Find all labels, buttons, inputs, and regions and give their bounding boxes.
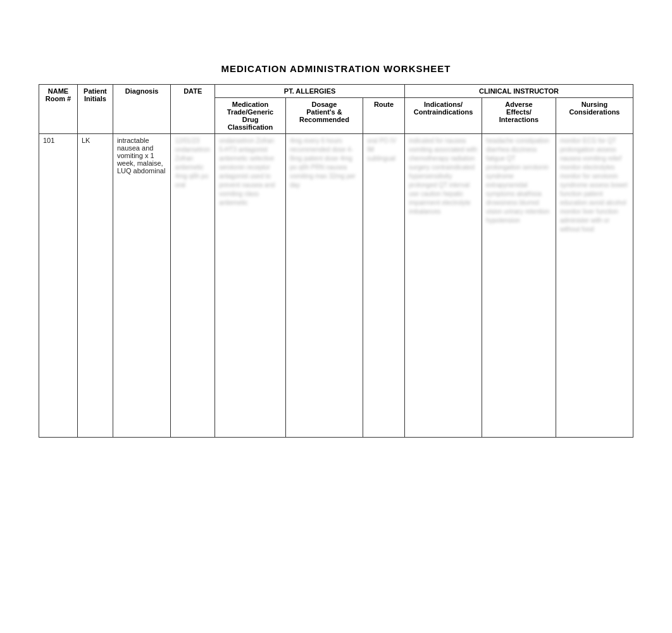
header-name-room: NAMERoom # (39, 85, 78, 134)
cell-room: 101 (39, 134, 78, 438)
header-date: DATE (171, 85, 215, 134)
cell-route: oral PO IV IM sublingual (363, 134, 404, 438)
cell-medication: ondansetron Zofran 5-HT3 antagonist anti… (215, 134, 286, 438)
header-adverse: AdverseEffects/Interactions (482, 98, 556, 134)
header-pt-allergies-group: PT. ALLERGIES (215, 85, 405, 98)
header-medication: MedicationTrade/GenericDrugClassificatio… (215, 98, 286, 134)
worksheet-title: MEDICATION ADMINISTRATION WORKSHEET (221, 63, 451, 74)
cell-dosage: 4mg every 6 hours recommended dose 4-8mg… (285, 134, 363, 438)
header-diagnosis: Diagnosis (113, 85, 170, 134)
header-route: Route (363, 98, 404, 134)
cell-initials: LK (77, 134, 113, 438)
cell-date: 12/01/23 ondansetron Zofran antiemetic 4… (171, 134, 215, 438)
header-clinical-group: CLINICAL INSTRUCTOR (405, 85, 633, 98)
header-indications: Indications/Contraindications (405, 98, 482, 134)
page-container: MEDICATION ADMINISTRATION WORKSHEET NAME… (0, 0, 672, 633)
worksheet-table: NAMERoom # PatientInitials Diagnosis DAT… (39, 84, 633, 438)
header-nursing: NursingConsiderations (556, 98, 633, 134)
cell-nursing: monitor ECG for QT prolongation assess n… (556, 134, 633, 438)
cell-indications: indicated for nausea vomiting associated… (405, 134, 482, 438)
table-row: 101 LK intractable nausea and vomiting x… (39, 134, 633, 438)
cell-adverse: headache constipation diarrhea dizziness… (482, 134, 556, 438)
header-patient-initials: PatientInitials (77, 85, 113, 134)
cell-diagnosis: intractable nausea and vomiting x 1 week… (113, 134, 170, 438)
header-dosage: DosagePatient's &Recommended (285, 98, 363, 134)
